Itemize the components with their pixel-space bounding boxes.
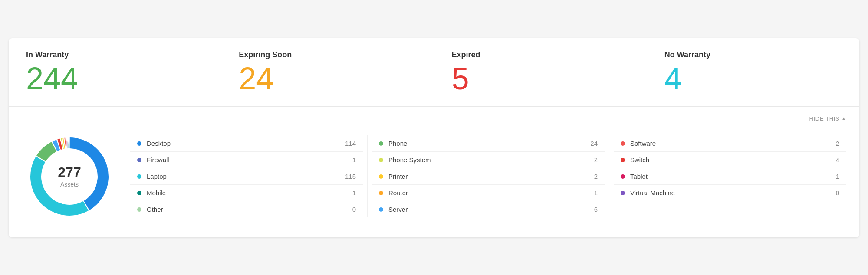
legend-item-mobile: Mobile 1	[130, 185, 363, 201]
hide-this-label: HIDE THIS	[809, 115, 840, 122]
hide-this-row: HIDE THIS ▲	[22, 115, 846, 122]
warranty-card: In Warranty 244 Expiring Soon 24 Expired…	[9, 38, 859, 237]
legend-item-software: Software 2	[614, 135, 846, 152]
stat-item-in-warranty: In Warranty 244	[9, 38, 221, 106]
legend-name: Printer	[388, 173, 585, 180]
stat-value: 24	[239, 63, 273, 94]
legend-item-laptop: Laptop 115	[130, 168, 363, 185]
legend-item-phone: Phone 24	[372, 135, 605, 152]
legend-item-printer: Printer 2	[372, 168, 605, 185]
legend-count: 0	[343, 206, 356, 213]
legend-dot	[137, 207, 141, 212]
legend-item-firewall: Firewall 1	[130, 152, 363, 168]
legend-dot	[379, 141, 383, 146]
legend-count: 114	[343, 140, 356, 147]
legend-item-tablet: Tablet 1	[614, 168, 846, 185]
legend-divider	[609, 135, 609, 217]
legend-name: Other	[147, 206, 343, 213]
legend-name: Phone	[388, 140, 585, 147]
stat-item-expiring-soon: Expiring Soon 24	[221, 38, 434, 106]
donut-segment-router	[69, 138, 69, 148]
legend-dot	[137, 141, 141, 146]
legend-count: 1	[585, 189, 598, 196]
stat-label: In Warranty	[26, 50, 69, 59]
legend-name: Server	[388, 206, 585, 213]
stat-label: No Warranty	[664, 50, 710, 59]
legend-columns: Desktop 114 Firewall 1 Laptop 115 Mobile…	[130, 135, 846, 217]
legend-count: 2	[585, 173, 598, 180]
legend-count: 115	[343, 173, 356, 180]
legend-item-phone-system: Phone System 2	[372, 152, 605, 168]
stat-value: 4	[664, 63, 682, 94]
bottom-section: HIDE THIS ▲ 277 Assets Desktop 114	[9, 107, 859, 237]
legend-name: Switch	[630, 156, 826, 164]
legend-divider	[367, 135, 368, 217]
donut-segment-tablet	[66, 138, 67, 148]
legend-count: 1	[343, 189, 356, 196]
donut-segment-firewall	[67, 138, 68, 148]
stat-item-no-warranty: No Warranty 4	[647, 38, 859, 106]
stats-row: In Warranty 244 Expiring Soon 24 Expired…	[9, 38, 859, 107]
legend-dot	[621, 158, 625, 162]
legend-dot	[621, 141, 625, 146]
legend-item-desktop: Desktop 114	[130, 135, 363, 152]
legend-name: Desktop	[147, 140, 343, 147]
donut-center: 277 Assets	[58, 164, 81, 188]
legend-count: 2	[585, 156, 598, 164]
hide-this-button[interactable]: HIDE THIS ▲	[809, 115, 846, 122]
legend-count: 0	[826, 189, 839, 196]
hide-arrow-icon: ▲	[841, 116, 846, 121]
legend-count: 24	[585, 140, 598, 147]
stat-label: Expired	[452, 50, 480, 59]
legend-item-server: Server 6	[372, 201, 605, 217]
legend-name: Tablet	[630, 173, 826, 180]
donut-total: 277	[58, 164, 81, 180]
legend-dot	[137, 158, 141, 162]
legend-dot	[379, 158, 383, 162]
legend-count: 1	[343, 156, 356, 164]
content-row: 277 Assets Desktop 114 Firewall 1 Laptop…	[22, 129, 846, 224]
donut-segment-phone	[36, 142, 56, 161]
legend-col-0: Desktop 114 Firewall 1 Laptop 115 Mobile…	[130, 135, 363, 217]
donut-chart: 277 Assets	[22, 129, 117, 224]
legend-dot	[621, 174, 625, 179]
legend-name: Mobile	[147, 189, 343, 196]
stat-value: 5	[452, 63, 469, 94]
legend-count: 4	[826, 156, 839, 164]
legend-col-2: Software 2 Switch 4 Tablet 1 Virtual Mac…	[614, 135, 846, 217]
legend-name: Software	[630, 140, 826, 147]
legend-dot	[379, 207, 383, 212]
legend-name: Laptop	[147, 173, 343, 180]
legend-count: 1	[826, 173, 839, 180]
legend-dot	[621, 191, 625, 195]
legend-name: Router	[388, 189, 585, 196]
legend-col-1: Phone 24 Phone System 2 Printer 2 Router…	[372, 135, 605, 217]
stat-label: Expiring Soon	[239, 50, 292, 59]
stat-value: 244	[26, 63, 78, 94]
legend-name: Virtual Machine	[630, 189, 826, 196]
legend-item-virtual-machine: Virtual Machine 0	[614, 185, 846, 201]
legend-dot	[137, 191, 141, 195]
donut-segment-mobile	[68, 138, 68, 148]
legend-dot	[379, 174, 383, 179]
legend-item-router: Router 1	[372, 185, 605, 201]
legend-dot	[137, 174, 141, 179]
stat-item-expired: Expired 5	[434, 38, 647, 106]
legend-item-other: Other 0	[130, 201, 363, 217]
legend-dot	[379, 191, 383, 195]
legend-name: Phone System	[388, 156, 585, 164]
legend-name: Firewall	[147, 156, 343, 164]
legend-count: 2	[826, 140, 839, 147]
donut-label: Assets	[60, 181, 79, 188]
legend-item-switch: Switch 4	[614, 152, 846, 168]
legend-count: 6	[585, 206, 598, 213]
